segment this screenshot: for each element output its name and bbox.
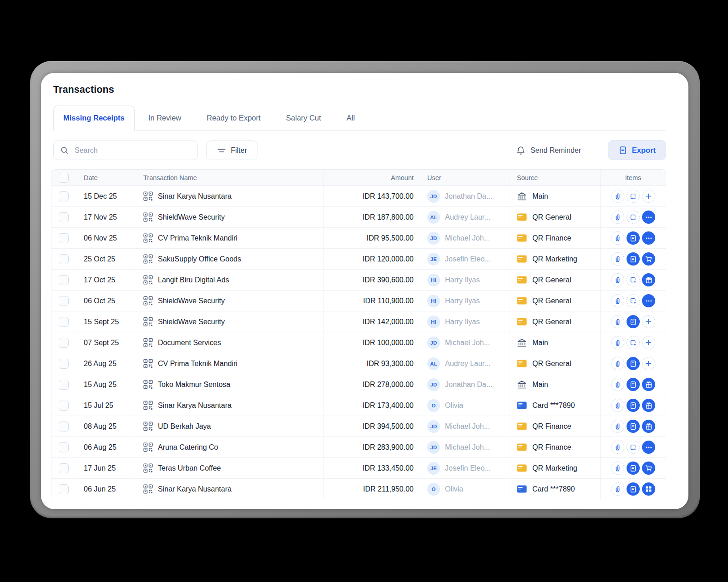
more-actions-button[interactable] bbox=[642, 294, 655, 307]
tab-in-review[interactable]: In Review bbox=[147, 105, 182, 131]
row-checkbox[interactable] bbox=[59, 359, 69, 369]
receipt-button[interactable] bbox=[627, 315, 640, 328]
qr-card-icon bbox=[517, 234, 527, 242]
row-checkbox[interactable] bbox=[59, 380, 69, 390]
row-checkbox[interactable] bbox=[59, 442, 69, 452]
gift-button[interactable] bbox=[642, 273, 655, 286]
table-row[interactable]: 06 Jun 25Sinar Karya NusantaraIDR 211,95… bbox=[51, 479, 666, 499]
row-checkbox[interactable] bbox=[59, 338, 69, 348]
tab-missing-receipts[interactable]: Missing Receipts bbox=[53, 105, 135, 131]
more-actions-button[interactable] bbox=[642, 211, 655, 224]
attach-button[interactable] bbox=[611, 420, 624, 433]
tab-salary-cut[interactable]: Salary Cut bbox=[285, 105, 322, 131]
cell-select bbox=[51, 270, 77, 290]
attach-button[interactable] bbox=[611, 399, 624, 412]
search-input[interactable] bbox=[74, 146, 191, 155]
grid-items-button[interactable] bbox=[642, 482, 655, 496]
row-checkbox[interactable] bbox=[59, 463, 69, 473]
plus-icon bbox=[645, 360, 652, 367]
tab-ready-to-export[interactable]: Ready to Export bbox=[206, 105, 261, 131]
table-row[interactable]: 17 Nov 25ShieldWave SecurityIDR 187,800.… bbox=[51, 207, 666, 228]
receipt-button[interactable] bbox=[627, 252, 640, 266]
cell-source: Main bbox=[510, 186, 601, 206]
user-name: Harry Ilyas bbox=[445, 276, 480, 284]
row-checkbox[interactable] bbox=[59, 254, 69, 264]
transaction-name: Langit Biru Digital Ads bbox=[158, 276, 229, 284]
paperclip-icon bbox=[614, 214, 621, 221]
attach-button[interactable] bbox=[611, 273, 624, 286]
filter-button[interactable]: Filter bbox=[206, 140, 258, 160]
table-row[interactable]: 06 Nov 25CV Prima Teknik MandiriIDR 95,5… bbox=[51, 228, 666, 249]
add-receipt-button[interactable] bbox=[627, 441, 640, 454]
doc-icon bbox=[630, 423, 637, 430]
table-row[interactable]: 08 Aug 25UD Berkah JayaIDR 394,500.00JDM… bbox=[51, 416, 666, 437]
attach-button[interactable] bbox=[611, 357, 624, 370]
select-all-checkbox[interactable] bbox=[59, 173, 69, 183]
receipt-button[interactable] bbox=[627, 378, 640, 391]
add-receipt-button[interactable] bbox=[627, 190, 640, 203]
cell-items bbox=[601, 395, 666, 416]
more-actions-button[interactable] bbox=[642, 441, 655, 454]
cell-source: QR Marketing bbox=[510, 249, 601, 269]
row-checkbox[interactable] bbox=[59, 484, 69, 494]
attach-button[interactable] bbox=[611, 441, 624, 454]
table-row[interactable]: 26 Aug 25CV Prima Teknik MandiriIDR 93,3… bbox=[51, 353, 666, 374]
table-row[interactable]: 06 Aug 25Aruna Catering CoIDR 283,900.00… bbox=[51, 437, 666, 458]
add-receipt-button[interactable] bbox=[627, 294, 640, 307]
table-row[interactable]: 07 Sept 25Document ServicesIDR 100,000.0… bbox=[51, 332, 666, 353]
attach-button[interactable] bbox=[611, 231, 624, 245]
add-item-button[interactable] bbox=[642, 190, 655, 203]
cell-date: 17 Oct 25 bbox=[77, 270, 135, 290]
attach-button[interactable] bbox=[611, 190, 624, 203]
receipt-button[interactable] bbox=[627, 231, 640, 245]
table-row[interactable]: 15 Dec 25Sinar Karya NusantaraIDR 143,70… bbox=[51, 186, 666, 207]
send-reminder-button[interactable]: Send Reminder bbox=[516, 140, 581, 160]
table-row[interactable]: 15 Aug 25Toko Makmur SentosaIDR 278,000.… bbox=[51, 374, 666, 395]
attach-button[interactable] bbox=[611, 336, 624, 349]
cell-transaction-name: ShieldWave Security bbox=[135, 311, 324, 332]
add-item-button[interactable] bbox=[642, 315, 655, 328]
receipt-button[interactable] bbox=[627, 357, 640, 370]
table-row[interactable]: 17 Jun 25Teras Urban CoffeeIDR 133,450.0… bbox=[51, 458, 666, 479]
attach-button[interactable] bbox=[611, 294, 624, 307]
cart-button[interactable] bbox=[642, 252, 655, 266]
attach-button[interactable] bbox=[611, 211, 624, 224]
attach-button[interactable] bbox=[611, 378, 624, 391]
attach-button[interactable] bbox=[611, 462, 624, 475]
attach-button[interactable] bbox=[611, 315, 624, 328]
add-item-button[interactable] bbox=[642, 357, 655, 370]
receipt-button[interactable] bbox=[627, 482, 640, 496]
table-row[interactable]: 15 Jul 25Sinar Karya NusantaraIDR 173,40… bbox=[51, 395, 666, 416]
row-checkbox[interactable] bbox=[59, 421, 69, 431]
cart-button[interactable] bbox=[642, 462, 655, 475]
search-box[interactable] bbox=[53, 140, 198, 160]
table-row[interactable]: 06 Oct 25ShieldWave SecurityIDR 110,900.… bbox=[51, 291, 666, 311]
row-checkbox[interactable] bbox=[59, 233, 69, 243]
row-checkbox[interactable] bbox=[59, 191, 69, 201]
gift-button[interactable] bbox=[642, 378, 655, 391]
receipt-button[interactable] bbox=[627, 462, 640, 475]
row-checkbox[interactable] bbox=[59, 275, 69, 285]
cell-select bbox=[51, 249, 77, 269]
add-receipt-button[interactable] bbox=[627, 273, 640, 286]
tab-all[interactable]: All bbox=[346, 105, 356, 131]
attach-button[interactable] bbox=[611, 482, 624, 496]
receipt-button[interactable] bbox=[627, 399, 640, 412]
row-checkbox[interactable] bbox=[59, 317, 69, 327]
add-receipt-button[interactable] bbox=[627, 336, 640, 349]
add-item-button[interactable] bbox=[642, 336, 655, 349]
table-row[interactable]: 25 Oct 25SakuSupply Office GoodsIDR 120,… bbox=[51, 249, 666, 270]
export-button[interactable]: Export bbox=[608, 140, 666, 160]
add-receipt-button[interactable] bbox=[627, 211, 640, 224]
gift-button[interactable] bbox=[642, 420, 655, 433]
gift-button[interactable] bbox=[642, 399, 655, 412]
table-row[interactable]: 17 Oct 25Langit Biru Digital AdsIDR 390,… bbox=[51, 270, 666, 291]
cell-user: ALAudrey Laur... bbox=[421, 207, 510, 227]
row-checkbox[interactable] bbox=[59, 296, 69, 306]
attach-button[interactable] bbox=[611, 252, 624, 266]
row-checkbox[interactable] bbox=[59, 401, 69, 411]
receipt-button[interactable] bbox=[627, 420, 640, 433]
row-checkbox[interactable] bbox=[59, 212, 69, 222]
more-actions-button[interactable] bbox=[642, 231, 655, 245]
table-row[interactable]: 15 Sept 25ShieldWave SecurityIDR 142,000… bbox=[51, 311, 666, 332]
